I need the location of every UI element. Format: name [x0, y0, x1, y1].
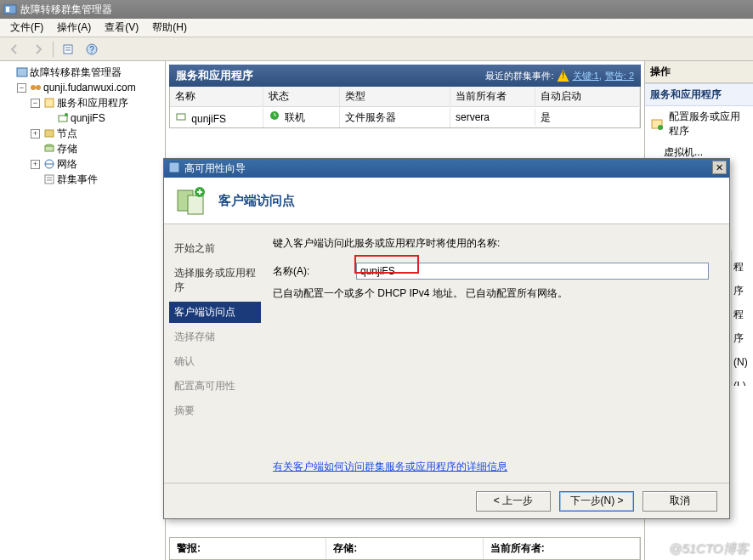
services-icon — [43, 97, 55, 109]
toolbar-separator — [53, 42, 54, 57]
wizard-subtitle: 客户端访问点 — [218, 193, 295, 209]
list-header: 名称 状态 类型 当前所有者 自动启动 — [170, 87, 640, 107]
recent-warning-link[interactable]: 警告: 2 — [605, 70, 634, 82]
col-owner[interactable]: 当前所有者 — [450, 87, 535, 106]
tree-cluster[interactable]: qunji.fudanwuxi.com — [43, 80, 136, 95]
step-configure: 配置高可用性 — [173, 374, 258, 399]
menu-help[interactable]: 帮助(H) — [145, 19, 194, 37]
wizard-title-bar[interactable]: 高可用性向导 ✕ — [164, 159, 729, 178]
status-online-icon — [269, 110, 280, 122]
step-client-access-point[interactable]: 客户端访问点 — [169, 302, 261, 323]
col-auto[interactable]: 自动启动 — [535, 87, 640, 106]
tree-toggle[interactable]: + — [31, 129, 40, 139]
toolbar-back[interactable] — [5, 40, 24, 59]
svg-point-12 — [65, 113, 68, 116]
summary-owner: 当前所有者: — [484, 538, 640, 559]
wizard-header-icon — [174, 184, 208, 218]
action-configure[interactable]: 配置服务或应用程序 — [645, 106, 753, 142]
svg-point-9 — [36, 85, 41, 90]
right-overflow-peek: 程序 程序 (N) (L) 的 — [731, 250, 753, 386]
step-before[interactable]: 开始之前 — [173, 236, 258, 261]
toolbar-forward[interactable] — [29, 40, 48, 59]
toolbar-properties[interactable] — [59, 40, 77, 59]
wizard-window-title: 高可用性向导 — [184, 161, 246, 176]
high-availability-wizard: 高可用性向导 ✕ 客户端访问点 开始之前 选择服务或应用程序 客户端访问点 选择… — [163, 158, 730, 519]
step-select[interactable]: 选择服务或应用程序 — [173, 261, 258, 300]
menu-bar: 文件(F) 操作(A) 查看(V) 帮助(H) — [0, 19, 753, 37]
next-button[interactable]: 下一步(N) > — [559, 491, 634, 512]
network-icon — [43, 158, 55, 170]
cell-status: 联机 — [285, 111, 305, 123]
col-type[interactable]: 类型 — [340, 87, 450, 106]
svg-rect-2 — [64, 45, 72, 54]
tree-nodes[interactable]: 节点 — [57, 126, 77, 141]
svg-rect-7 — [17, 68, 27, 76]
wizard-instruction: 键入客户端访问此服务或应用程序时将使用的名称: — [273, 236, 709, 251]
svg-rect-10 — [45, 99, 54, 107]
menu-file[interactable]: 文件(F) — [3, 19, 50, 37]
wizard-icon — [167, 161, 181, 177]
svg-rect-15 — [45, 146, 54, 151]
recent-events-label: 最近的群集事件: — [485, 70, 553, 82]
cell-type: 文件服务器 — [340, 108, 450, 127]
toolbar: ? — [0, 37, 753, 61]
cell-auto: 是 — [535, 108, 640, 127]
cell-owner: servera — [450, 109, 535, 126]
cancel-button[interactable]: 取消 — [643, 491, 717, 512]
actions-group-header: 服务和应用程序 — [645, 83, 753, 106]
svg-rect-1 — [6, 7, 9, 12]
app-row-icon — [175, 110, 187, 122]
svg-point-24 — [658, 125, 663, 130]
back-button[interactable]: < 上一步 — [476, 491, 551, 512]
wizard-button-bar: < 上一步 下一步(N) > 取消 — [164, 483, 729, 518]
tree-networks[interactable]: 网络 — [57, 156, 77, 172]
step-storage: 选择存储 — [173, 325, 258, 349]
col-status[interactable]: 状态 — [263, 87, 340, 106]
wizard-close-button[interactable]: ✕ — [712, 161, 727, 174]
panel-header: 服务和应用程序 最近的群集事件: 关键:1, 警告: 2 — [169, 65, 641, 87]
configure-icon — [650, 117, 664, 131]
wizard-steps: 开始之前 选择服务或应用程序 客户端访问点 选择存储 确认 配置高可用性 摘要 — [164, 224, 266, 483]
app-title-bar: 故障转移群集管理器 — [0, 0, 753, 19]
col-name[interactable]: 名称 — [170, 87, 263, 106]
svg-rect-18 — [45, 175, 54, 184]
toolbar-help[interactable]: ? — [82, 40, 101, 59]
tree-storage[interactable]: 存储 — [57, 141, 77, 156]
name-input[interactable] — [356, 263, 709, 280]
cluster-manager-icon — [16, 66, 28, 78]
nodes-icon — [43, 127, 55, 139]
svg-rect-27 — [188, 195, 203, 214]
name-label: 名称(A): — [273, 264, 349, 279]
wizard-header: 客户端访问点 — [164, 178, 729, 224]
summary-storage: 存储: — [326, 538, 483, 559]
tree-app-qunjifs[interactable]: qunjiFS — [71, 110, 105, 126]
auto-config-text: 已自动配置一个或多个 DHCP IPv4 地址。 已自动配置所有网络。 — [273, 286, 709, 301]
svg-point-8 — [31, 85, 36, 90]
tree-events[interactable]: 群集事件 — [57, 172, 98, 187]
svg-rect-11 — [59, 116, 67, 122]
app-item-icon — [57, 112, 69, 124]
svg-rect-13 — [45, 130, 54, 137]
app-icon — [3, 3, 17, 16]
actions-pane-title: 操作 — [645, 61, 753, 83]
wizard-content: 键入客户端访问此服务或应用程序时将使用的名称: 名称(A): 已自动配置一个或多… — [266, 224, 729, 483]
wizard-help-link[interactable]: 有关客户端如何访问群集服务或应用程序的详细信息 — [273, 460, 507, 474]
events-icon — [43, 173, 55, 185]
cell-name: qunjiFS — [191, 113, 226, 125]
bottom-summary: 警报: 存储: 当前所有者: — [169, 537, 641, 560]
menu-view[interactable]: 查看(V) — [98, 19, 145, 37]
navigation-tree: 故障转移群集管理器 − qunji.fudanwuxi.com — [0, 61, 166, 560]
menu-action[interactable]: 操作(A) — [50, 19, 98, 37]
tree-toggle[interactable]: + — [31, 160, 40, 169]
tree-toggle[interactable]: − — [17, 83, 26, 93]
recent-critical-link[interactable]: 关键:1, — [573, 70, 602, 82]
svg-rect-21 — [177, 114, 185, 120]
tree-services-apps[interactable]: 服务和应用程序 — [57, 95, 128, 110]
cluster-icon — [30, 82, 42, 93]
svg-rect-25 — [169, 162, 179, 173]
list-row[interactable]: qunjiFS 联机 文件服务器 servera 是 — [170, 107, 640, 127]
tree-root[interactable]: 故障转移群集管理器 — [30, 65, 122, 80]
svg-text:?: ? — [89, 45, 94, 54]
tree-toggle[interactable]: − — [31, 99, 40, 108]
step-summary: 摘要 — [173, 399, 258, 423]
